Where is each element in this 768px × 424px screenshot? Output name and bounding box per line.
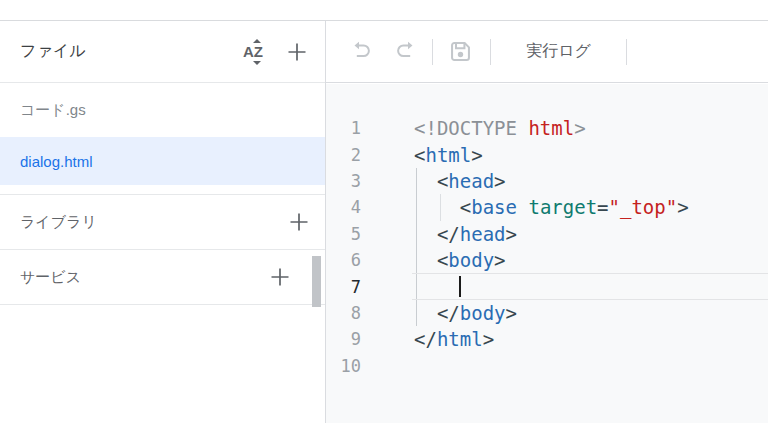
undo-button[interactable] bbox=[349, 39, 374, 64]
line-number[interactable]: 10 bbox=[326, 356, 361, 376]
redo-icon bbox=[393, 39, 418, 64]
code-token: <!DOCTYPE bbox=[414, 117, 528, 139]
line-number[interactable]: 6 bbox=[326, 250, 361, 270]
code-line[interactable]: 3 <head> bbox=[326, 168, 768, 194]
sort-down-arrow-icon bbox=[253, 61, 261, 65]
code-token: base bbox=[471, 196, 517, 218]
top-strip bbox=[0, 0, 768, 21]
code-token: < bbox=[460, 196, 471, 218]
code-token: </ bbox=[414, 328, 437, 350]
files-header: ファイル AZ bbox=[0, 21, 325, 83]
redo-button[interactable] bbox=[393, 39, 418, 64]
file-item-dialog-html[interactable]: dialog.html bbox=[0, 137, 325, 185]
undo-icon bbox=[349, 39, 374, 64]
toolbar-divider bbox=[626, 39, 627, 65]
code-text: <body> bbox=[414, 249, 506, 271]
code-token: html bbox=[528, 117, 574, 139]
file-item-code-gs[interactable]: コード.gs bbox=[0, 83, 325, 137]
add-library-button[interactable] bbox=[287, 210, 311, 234]
sort-files-az-icon[interactable]: AZ bbox=[237, 38, 269, 66]
code-token bbox=[517, 196, 528, 218]
add-service-button[interactable] bbox=[268, 265, 292, 289]
code-line[interactable]: 1<!DOCTYPE html> bbox=[326, 115, 768, 141]
code-text: </html> bbox=[414, 328, 494, 350]
line-number[interactable]: 8 bbox=[326, 303, 361, 323]
line-number[interactable]: 3 bbox=[326, 171, 361, 191]
file-name: コード.gs bbox=[20, 101, 86, 120]
file-name: dialog.html bbox=[20, 153, 93, 170]
code-token bbox=[414, 249, 437, 271]
code-token bbox=[414, 276, 460, 298]
code-text: </head> bbox=[414, 223, 517, 245]
code-token: > bbox=[506, 223, 517, 245]
code-token bbox=[414, 223, 437, 245]
code-token: body bbox=[460, 302, 506, 324]
save-icon bbox=[447, 38, 474, 65]
code-token: "_top" bbox=[609, 196, 678, 218]
line-number[interactable]: 2 bbox=[326, 145, 361, 165]
code-token: < bbox=[437, 249, 448, 271]
code-editor[interactable]: 1<!DOCTYPE html>2<html>3 <head>4 <base t… bbox=[326, 84, 768, 423]
code-token: > bbox=[677, 196, 688, 218]
file-list: コード.gs dialog.html bbox=[0, 83, 325, 195]
plus-icon bbox=[288, 211, 310, 233]
sidebar-scrollbar-thumb[interactable] bbox=[312, 256, 321, 307]
libraries-label: ライブラリ bbox=[20, 213, 97, 232]
libraries-section: ライブラリ bbox=[0, 195, 325, 250]
line-number[interactable]: 9 bbox=[326, 329, 361, 349]
services-label: サービス bbox=[20, 268, 81, 287]
code-token: > bbox=[574, 117, 585, 139]
plus-icon bbox=[286, 41, 308, 63]
code-line[interactable]: 9</html> bbox=[326, 326, 768, 352]
code-text: </body> bbox=[414, 302, 517, 324]
code-token: </ bbox=[437, 302, 460, 324]
code-token: > bbox=[471, 144, 482, 166]
run-log-button[interactable]: 実行ログ bbox=[491, 33, 626, 70]
code-token: html bbox=[425, 144, 471, 166]
apps-script-editor-window: ファイル AZ コード.gs bbox=[0, 0, 768, 424]
save-button[interactable] bbox=[447, 38, 474, 65]
code-text: <!DOCTYPE html> bbox=[414, 117, 586, 139]
code-token: > bbox=[494, 249, 505, 271]
line-number[interactable]: 7 bbox=[326, 277, 361, 297]
code-line[interactable]: 10 bbox=[326, 353, 768, 379]
services-section: サービス bbox=[0, 250, 325, 305]
code-token: head bbox=[448, 170, 494, 192]
code-lines: 1<!DOCTYPE html>2<html>3 <head>4 <base t… bbox=[326, 115, 768, 379]
code-token: html bbox=[437, 328, 483, 350]
az-letters: AZ bbox=[243, 43, 263, 60]
plus-icon bbox=[269, 266, 291, 288]
add-file-button[interactable] bbox=[285, 40, 309, 64]
code-token: < bbox=[437, 170, 448, 192]
code-line[interactable]: 4 <base target="_top"> bbox=[326, 194, 768, 220]
code-text: <html> bbox=[414, 144, 483, 166]
line-number[interactable]: 1 bbox=[326, 118, 361, 138]
code-line[interactable]: 8 </body> bbox=[326, 300, 768, 326]
editor-panel: 実行ログ 1<!DOCTYPE html>2<html>3 <head>4 <b… bbox=[326, 21, 768, 423]
code-line[interactable]: 2<html> bbox=[326, 141, 768, 167]
toolbar-divider bbox=[432, 39, 433, 65]
text-cursor bbox=[459, 276, 461, 297]
code-token: head bbox=[460, 223, 506, 245]
editor-toolbar: 実行ログ bbox=[326, 21, 768, 83]
sort-up-arrow-icon bbox=[253, 39, 261, 43]
code-line[interactable]: 5 </head> bbox=[326, 221, 768, 247]
code-token: body bbox=[448, 249, 494, 271]
code-token: </ bbox=[437, 223, 460, 245]
code-line[interactable]: 6 <body> bbox=[326, 247, 768, 273]
code-line[interactable]: 7 bbox=[326, 273, 768, 299]
code-text: <head> bbox=[414, 170, 506, 192]
code-text: <base target="_top"> bbox=[414, 196, 689, 218]
files-sidebar: ファイル AZ コード.gs bbox=[0, 21, 326, 423]
code-token bbox=[414, 302, 437, 324]
code-token: < bbox=[414, 144, 425, 166]
files-panel-title: ファイル bbox=[20, 41, 86, 62]
code-token: target bbox=[528, 196, 597, 218]
code-text bbox=[414, 276, 460, 298]
line-number[interactable]: 4 bbox=[326, 197, 361, 217]
line-number[interactable]: 5 bbox=[326, 224, 361, 244]
code-token: > bbox=[483, 328, 494, 350]
code-token: = bbox=[597, 196, 608, 218]
code-token bbox=[414, 196, 460, 218]
code-token: > bbox=[506, 302, 517, 324]
